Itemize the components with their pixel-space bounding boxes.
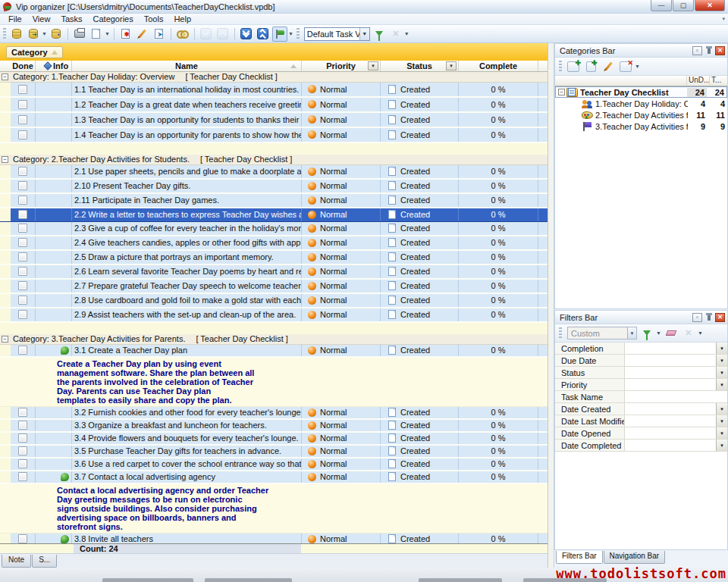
task-priority[interactable]: Normal	[302, 180, 381, 192]
task-priority[interactable]: Normal	[302, 208, 381, 221]
task-name[interactable]: 1.1 Teacher Day is an international holi…	[72, 83, 302, 96]
category-tree-row[interactable]: 3.Teacher Day Activities for P 9 9	[555, 120, 727, 132]
task-priority[interactable]: Normal	[302, 433, 381, 444]
done-checkbox[interactable]	[18, 408, 27, 417]
task-status[interactable]: Created	[381, 251, 459, 264]
filter-value[interactable]	[625, 343, 716, 354]
notes-dropdown-icon[interactable]: ▼	[288, 31, 293, 36]
save-database-button[interactable]: ▪	[49, 27, 64, 42]
minimize-button[interactable]: —	[651, 0, 672, 11]
expand-all-button[interactable]	[239, 27, 254, 42]
apply-filter-dropdown-icon[interactable]: ▼	[656, 330, 661, 336]
done-checkbox[interactable]	[18, 310, 27, 319]
filters-close-icon[interactable]: ✕	[715, 313, 725, 322]
apply-view-button[interactable]	[372, 27, 387, 42]
column-total[interactable]: T...	[709, 76, 727, 86]
category-tree-row[interactable]: 1.Teacher Day Holiday: Overv 4 4	[555, 98, 727, 109]
task-row[interactable]: 2.2 Write a letter to teachers to expres…	[0, 208, 548, 222]
task-name[interactable]: 3.3 Organize a breakfast and luncheon fo…	[72, 420, 302, 431]
task-priority[interactable]: Normal	[302, 128, 381, 142]
task-status[interactable]: Created	[381, 165, 459, 178]
column-name[interactable]: Name	[72, 61, 302, 71]
tab-filters-bar[interactable]: Filters Bar	[556, 551, 603, 564]
task-row[interactable]: 3.1 Create a Teacher Day plan Normal Cre…	[0, 345, 548, 358]
task-note-row[interactable]: Create a Teacher Day plan by using event…	[0, 358, 548, 407]
group-by-category-button[interactable]: Category	[6, 46, 63, 58]
done-checkbox[interactable]	[18, 421, 27, 430]
categories-toolbar-overflow-icon[interactable]: ▼	[635, 64, 640, 69]
filter-value[interactable]	[625, 379, 716, 390]
delete-task-button[interactable]: ➤	[152, 27, 167, 42]
print-button[interactable]	[72, 27, 87, 42]
done-checkbox[interactable]	[18, 459, 27, 468]
task-name[interactable]: 2.10 Present Teacher Day gifts.	[72, 180, 302, 192]
task-name[interactable]: 1.3 Teacher Day is an opportunity for st…	[72, 113, 302, 127]
task-priority[interactable]: Normal	[302, 420, 381, 431]
menu-help[interactable]: Help	[168, 14, 196, 23]
filter-value[interactable]	[625, 415, 716, 427]
clear-filter-button[interactable]	[664, 326, 679, 341]
task-row[interactable]: 2.4 Give teachers candies, apples or oth…	[0, 236, 548, 251]
task-priority[interactable]: Normal	[302, 446, 381, 457]
task-status[interactable]: Created	[381, 208, 459, 221]
done-checkbox[interactable]	[18, 238, 27, 247]
filter-value[interactable]	[625, 403, 716, 415]
delete-category-button[interactable]: ✕	[618, 59, 633, 74]
filter-value[interactable]	[625, 355, 716, 366]
status-filter-icon[interactable]: ▼	[446, 61, 457, 70]
task-view-dropdown-icon[interactable]: ▼	[359, 28, 369, 40]
apply-filter-button[interactable]	[639, 326, 654, 341]
task-name[interactable]: 2.11 Participate in Teacher Day games.	[72, 194, 302, 207]
done-checkbox[interactable]	[18, 130, 27, 139]
task-row[interactable]: 2.8 Use cardboard and gold foil to make …	[0, 294, 548, 308]
collapse-icon[interactable]: −	[2, 74, 8, 80]
filter-dropdown-icon[interactable]: ▼	[716, 440, 727, 451]
task-row[interactable]: 3.4 Provide flowers and bouquets for eve…	[0, 433, 548, 446]
task-priority[interactable]: Normal	[302, 251, 381, 264]
task-name[interactable]: 2.9 Assist teachers with the set-up and …	[72, 308, 302, 321]
task-name[interactable]: 3.7 Contact a local advertising agency	[72, 471, 302, 483]
done-checkbox[interactable]	[18, 346, 27, 355]
category-group-header[interactable]: − Category: 3.Teacher Day Activities for…	[0, 334, 548, 345]
task-status[interactable]: Created	[381, 265, 459, 278]
done-checkbox[interactable]	[18, 167, 27, 176]
task-status[interactable]: Created	[381, 128, 459, 142]
task-view-combobox[interactable]: Default Task V ▼	[304, 27, 370, 41]
print-preview-button[interactable]	[89, 27, 104, 42]
task-row[interactable]: 2.9 Assist teachers with the set-up and …	[0, 308, 548, 323]
task-note-row[interactable]: Contact a local advertising agency and o…	[0, 484, 548, 534]
tree-collapse-icon[interactable]: −	[558, 89, 565, 95]
menu-categories[interactable]: Categories	[88, 14, 139, 23]
filter-dropdown-icon[interactable]: ▼	[716, 367, 727, 378]
task-status[interactable]: Created	[381, 458, 459, 470]
task-row[interactable]: 1.4 Teacher Day is an opportunity for pa…	[0, 128, 548, 143]
toolbar-overflow-icon[interactable]: ▼	[404, 31, 410, 36]
column-complete[interactable]: Complete	[459, 61, 538, 71]
filter-dropdown-icon[interactable]: ▼	[716, 355, 727, 366]
done-checkbox[interactable]	[18, 281, 27, 290]
filter-dropdown-icon[interactable]: ▼	[716, 403, 727, 415]
task-priority[interactable]: Normal	[302, 98, 381, 111]
task-priority[interactable]: Normal	[302, 236, 381, 249]
filter-dropdown-icon[interactable]: ▼	[716, 427, 727, 439]
task-priority[interactable]: Normal	[302, 83, 381, 96]
task-name[interactable]: 2.3 Give a cup of coffee for every teach…	[72, 222, 302, 235]
task-priority[interactable]: Normal	[302, 308, 381, 321]
hide-completed-button[interactable]	[175, 27, 190, 42]
collapse-icon[interactable]: −	[2, 336, 8, 343]
category-group-header[interactable]: − Category: 2.Teacher Day Activities for…	[0, 155, 548, 165]
filter-preset-dropdown-icon[interactable]: ▼	[627, 327, 636, 339]
done-checkbox[interactable]	[18, 181, 27, 190]
task-row[interactable]: 3.7 Contact a local advertising agency N…	[0, 471, 548, 484]
task-priority[interactable]: Normal	[302, 534, 381, 543]
task-priority[interactable]: Normal	[302, 265, 381, 278]
print-dropdown-icon[interactable]: ▼	[105, 31, 110, 36]
task-name[interactable]: 3.2 Furnish cookies and other food for e…	[72, 407, 302, 418]
task-name[interactable]: 2.2 Write a letter to teachers to expres…	[72, 208, 302, 221]
task-row[interactable]: 1.3 Teacher Day is an opportunity for st…	[0, 113, 548, 128]
category-group-header[interactable]: − Category: 1.Teacher Day Holiday: Overv…	[0, 72, 548, 83]
task-status[interactable]: Created	[381, 446, 459, 457]
done-checkbox[interactable]	[18, 433, 27, 443]
tab-subtasks[interactable]: S...	[32, 555, 57, 568]
done-checkbox[interactable]	[18, 534, 27, 543]
